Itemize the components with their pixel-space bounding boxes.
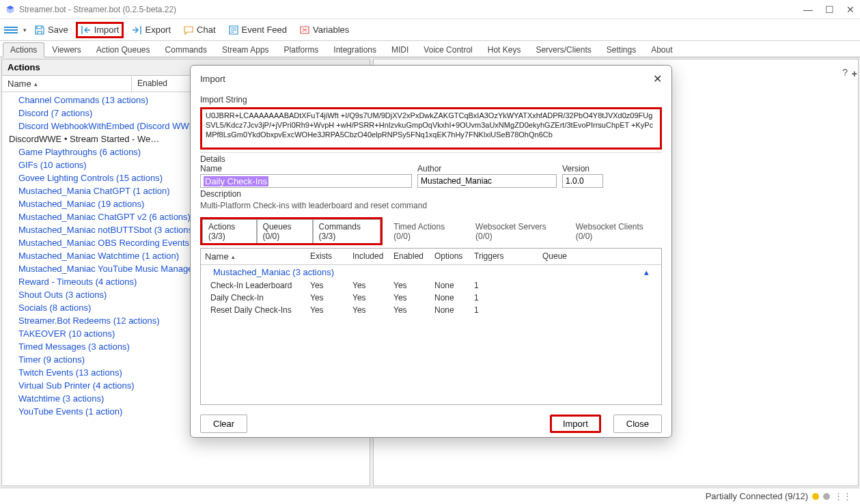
- save-button[interactable]: Save: [29, 22, 73, 38]
- tab-action-queues[interactable]: Action Queues: [89, 42, 158, 57]
- collapse-icon: ▴: [644, 267, 649, 277]
- details-label: Details: [200, 154, 662, 164]
- name-input[interactable]: Daily Check-Ins: [200, 174, 412, 188]
- grid-row[interactable]: Daily Check-InYesYesYesNone1: [201, 292, 661, 304]
- tab-commands[interactable]: Commands (3/3): [313, 219, 381, 243]
- import-string-label: Import String: [200, 95, 662, 104]
- tab-commands[interactable]: Commands: [158, 42, 214, 57]
- tab-integrations[interactable]: Integrations: [326, 42, 384, 57]
- tab-actions[interactable]: Actions: [3, 42, 44, 57]
- event-feed-icon: [228, 25, 239, 36]
- close-button[interactable]: ✕: [846, 4, 855, 15]
- tab-actions[interactable]: Actions (3/3): [202, 219, 257, 243]
- grid-col-exists[interactable]: Exists: [306, 249, 348, 264]
- dialog-close-button[interactable]: ✕: [653, 72, 662, 85]
- dialog-titlebar: Import ✕: [191, 66, 671, 92]
- description-label: Description: [200, 189, 662, 199]
- version-input[interactable]: 1.0.0: [562, 174, 603, 188]
- tab-hot-keys[interactable]: Hot Keys: [480, 42, 529, 57]
- variables-icon: [299, 25, 310, 36]
- tab-midi[interactable]: MIDI: [384, 42, 416, 57]
- name-label: Name: [200, 164, 412, 173]
- tab-ws-servers[interactable]: Websocket Servers (0/0): [470, 220, 565, 243]
- import-confirm-button[interactable]: Import: [550, 415, 601, 433]
- sort-icon: ▴: [232, 253, 235, 260]
- import-grid: Name ▴ Exists Included Enabled Options T…: [200, 248, 662, 405]
- grid-col-triggers[interactable]: Triggers: [470, 249, 538, 264]
- menu-dropdown-icon[interactable]: ▾: [23, 27, 27, 33]
- tab-about[interactable]: About: [643, 42, 680, 57]
- save-icon: [34, 25, 45, 36]
- grid-col-name[interactable]: Name ▴: [201, 249, 306, 264]
- close-dialog-button[interactable]: Close: [613, 415, 662, 433]
- author-label: Author: [417, 164, 557, 173]
- grid-col-queue[interactable]: Queue: [538, 249, 661, 264]
- app-icon: [5, 5, 15, 14]
- main-tabs: ActionsViewersAction QueuesCommandsStrea…: [0, 41, 860, 57]
- import-icon: [81, 25, 92, 36]
- sort-icon: ▴: [34, 81, 38, 87]
- export-button[interactable]: Export: [126, 22, 176, 38]
- menu-button[interactable]: [4, 27, 18, 33]
- chat-button[interactable]: Chat: [178, 22, 220, 38]
- window-title: Streamer.bot - Streamer.bot (0.2.5-beta.…: [19, 5, 803, 14]
- tab-queues[interactable]: Queues (0/0): [257, 219, 313, 243]
- grid-group[interactable]: Mustached_Maniac (3 actions)▴: [201, 265, 661, 279]
- statusbar: Partially Connected (9/12) ⋮⋮: [0, 488, 860, 504]
- titlebar: Streamer.bot - Streamer.bot (0.2.5-beta.…: [0, 0, 860, 19]
- tab-servers-clients[interactable]: Servers/Clients: [528, 42, 598, 57]
- import-button[interactable]: Import: [76, 22, 124, 38]
- status-dot-idle: [823, 493, 830, 500]
- tab-viewers[interactable]: Viewers: [44, 42, 88, 57]
- maximize-button[interactable]: ☐: [825, 4, 834, 15]
- event-feed-button[interactable]: Event Feed: [223, 22, 292, 38]
- import-string-input[interactable]: U0JBRR+LCAAAAAAABADtXFuT4jiWft +I/Q9s7UM…: [200, 107, 662, 150]
- description-value: Multi-Platform Check-ins with leaderboar…: [200, 199, 658, 212]
- status-grip: ⋮⋮: [834, 491, 852, 501]
- add-button[interactable]: +: [852, 68, 857, 79]
- sub-tabs-highlighted: Actions (3/3) Queues (0/0) Commands (3/3…: [200, 217, 383, 245]
- tab-timed[interactable]: Timed Actions (0/0): [388, 220, 464, 243]
- grid-row[interactable]: Check-In LeaderboardYesYesYesNone1: [201, 279, 661, 292]
- import-dialog: Import ✕ Import String U0JBRR+LCAAAAAAAB…: [190, 65, 672, 438]
- tab-platforms[interactable]: Platforms: [277, 42, 327, 57]
- chat-icon: [183, 25, 194, 36]
- grid-col-included[interactable]: Included: [348, 249, 389, 264]
- grid-col-enabled[interactable]: Enabled: [389, 249, 430, 264]
- variables-button[interactable]: Variables: [294, 22, 354, 38]
- tab-stream-apps[interactable]: Stream Apps: [214, 42, 277, 57]
- dialog-title: Import: [200, 74, 225, 84]
- author-input[interactable]: Mustached_Maniac: [417, 174, 557, 188]
- tab-voice-control[interactable]: Voice Control: [416, 42, 480, 57]
- help-button[interactable]: ?: [842, 67, 848, 78]
- toolbar: ▾ Save Import Export Chat Event Feed Var…: [0, 19, 860, 41]
- minimize-button[interactable]: —: [803, 4, 813, 15]
- grid-col-options[interactable]: Options: [430, 249, 470, 264]
- clear-button[interactable]: Clear: [200, 415, 247, 433]
- export-icon: [131, 25, 142, 36]
- tab-settings[interactable]: Settings: [599, 42, 643, 57]
- grid-row[interactable]: Reset Daily Check-InsYesYesYesNone1: [201, 304, 661, 316]
- version-label: Version: [562, 164, 603, 173]
- tab-ws-clients[interactable]: Websocket Clients (0/0): [570, 220, 662, 243]
- col-name[interactable]: Name ▴: [2, 76, 132, 92]
- status-text: Partially Connected (9/12): [706, 491, 808, 501]
- status-dot-warning: [812, 493, 819, 500]
